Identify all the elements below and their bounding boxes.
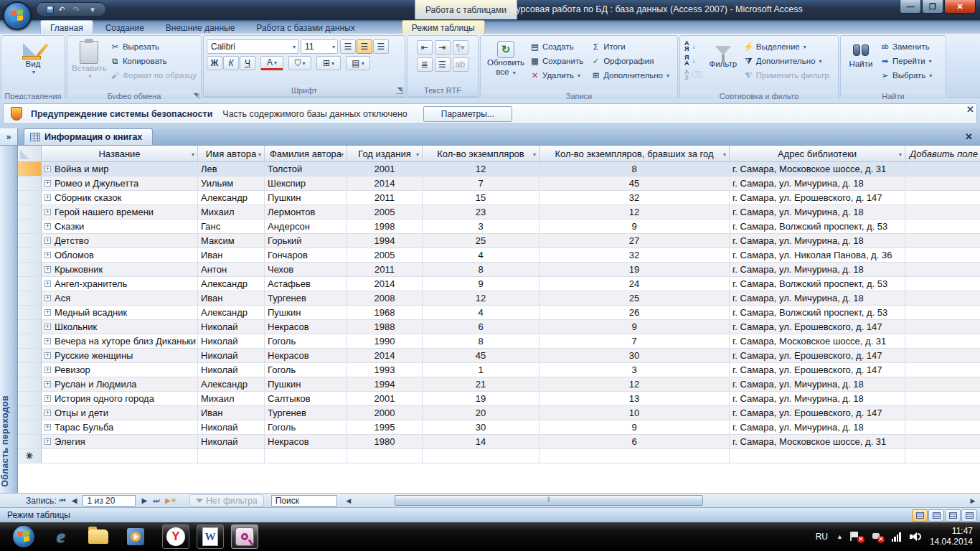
cell-year[interactable]: 1995 [347, 420, 423, 435]
cell-borrowed[interactable]: 9 [540, 320, 730, 334]
navigation-pane-expand-button[interactable]: » [0, 128, 17, 146]
cell-year[interactable]: 2001 [347, 392, 423, 406]
cell-copies[interactable]: 21 [423, 377, 540, 392]
table-row[interactable]: +Ромео и Джульетта Уильям Шекспир 2014 7… [18, 176, 980, 191]
cell-address[interactable]: г. Самара, ул. Ерошевского, д. 147 [730, 191, 905, 205]
new-record-cell[interactable] [730, 449, 905, 463]
table-row[interactable]: +История одного города Михаил Салтыков 2… [18, 392, 980, 406]
cell-copies[interactable]: 8 [423, 263, 540, 277]
cell-name[interactable]: +Ревизор [42, 363, 198, 377]
cell-year[interactable]: 2000 [347, 406, 423, 420]
cell-name[interactable]: +Герой нашего времени [42, 205, 198, 220]
new-record-cell[interactable] [42, 449, 198, 463]
view-button[interactable]: Вид▾ [12, 38, 54, 91]
cell-address[interactable]: г. Самара, Волжский проспект, д. 53 [730, 277, 905, 291]
cell-name[interactable]: +Русские женщины [42, 349, 198, 363]
cell-empty[interactable] [905, 176, 980, 191]
cell-first-name[interactable]: Иван [198, 291, 265, 306]
advanced-filter-button[interactable]: ⧩Дополнительно▾ [742, 54, 831, 68]
table-row[interactable]: +Русские женщины Николай Некрасов 2014 4… [18, 349, 980, 363]
cell-copies[interactable]: 6 [423, 320, 540, 334]
select-all-corner[interactable] [18, 146, 42, 162]
cell-last-name[interactable]: Пушкин [265, 306, 347, 320]
new-record-cell[interactable] [198, 449, 265, 463]
new-record-selector[interactable]: ✳ [18, 449, 42, 463]
table-row[interactable]: +Обломов Иван Гончаров 2005 4 32 г. Сама… [18, 248, 980, 263]
cell-address[interactable]: г. Самара, ул. Ерошевского, д. 147 [730, 363, 905, 377]
cell-last-name[interactable]: Некрасов [265, 320, 347, 334]
expand-record-icon[interactable]: + [44, 237, 51, 244]
cell-borrowed[interactable]: 8 [540, 162, 730, 176]
cell-empty[interactable] [905, 191, 980, 205]
row-selector[interactable] [18, 291, 42, 306]
cell-first-name[interactable]: Иван [198, 248, 265, 263]
navigation-pane-title[interactable]: Область переходов [0, 395, 18, 487]
expand-record-icon[interactable]: + [44, 424, 51, 430]
clear-sort-button[interactable]: АЗ⌫ [683, 67, 705, 82]
row-selector[interactable] [18, 176, 42, 191]
cell-year[interactable]: 2011 [347, 191, 423, 205]
cell-address[interactable]: г. Самара, Московское шоссе, д. 31 [730, 435, 905, 449]
cell-address[interactable]: г. Самара, ул. Мичурина, д. 18 [730, 291, 905, 306]
new-record-cell[interactable] [347, 449, 423, 463]
tray-expand-icon[interactable]: ▲ [837, 533, 843, 540]
cell-last-name[interactable]: Некрасов [265, 435, 347, 449]
column-header-add-field[interactable]: Добавить поле [905, 146, 980, 162]
close-button[interactable]: ✕ [944, 0, 976, 14]
row-selector[interactable] [18, 377, 42, 392]
cell-copies[interactable]: 9 [423, 277, 540, 291]
cell-address[interactable]: г. Самара, ул. Ерошевского, д. 147 [730, 320, 905, 334]
cell-first-name[interactable]: Николай [198, 420, 265, 435]
tab-vneshnie-dannye[interactable]: Внешние данные [156, 20, 245, 34]
expand-record-icon[interactable]: + [44, 252, 51, 258]
row-selector[interactable] [18, 406, 42, 420]
cell-copies[interactable]: 3 [423, 220, 540, 234]
cell-year[interactable]: 2014 [347, 277, 423, 291]
cell-name[interactable]: +Ася [42, 291, 198, 306]
cell-last-name[interactable]: Шекспир [265, 176, 347, 191]
cell-address[interactable]: г. Самара, ул. Мичурина, д. 18 [730, 234, 905, 248]
column-header-borrowed[interactable]: Кол-во экземпляров, бравших за год▾ [540, 146, 730, 162]
cell-first-name[interactable]: Николай [198, 435, 265, 449]
table-row[interactable]: +Отцы и дети Иван Тургенев 2000 20 10 г.… [18, 406, 980, 420]
table-row[interactable]: +Элегия Николай Некрасов 1980 14 6 г. Са… [18, 435, 980, 449]
refresh-all-button[interactable]: ↻ Обновить все ▾ [484, 38, 528, 91]
access-button[interactable] [231, 524, 258, 549]
row-selector[interactable] [18, 248, 42, 263]
cell-empty[interactable] [905, 205, 980, 220]
document-tab[interactable]: Информация о книгах [24, 128, 153, 145]
cell-borrowed[interactable]: 26 [540, 306, 730, 320]
cell-empty[interactable] [905, 392, 980, 406]
cell-copies[interactable]: 30 [423, 420, 540, 435]
font-size-combo[interactable]: 11▾ [301, 39, 338, 54]
expand-record-icon[interactable]: + [44, 309, 51, 316]
cell-last-name[interactable]: Салтыков [265, 392, 347, 406]
document-close-icon[interactable]: ✕ [965, 131, 973, 142]
cell-year[interactable]: 1998 [347, 220, 423, 234]
cell-address[interactable]: г. Самара, ул. Мичурина, д. 18 [730, 176, 905, 191]
row-selector[interactable] [18, 420, 42, 435]
cell-year[interactable]: 2011 [347, 263, 423, 277]
column-header-copies[interactable]: Кол-во экземпляров▾ [423, 146, 540, 162]
new-record-cell[interactable] [265, 449, 347, 463]
table-row[interactable]: +Тарас Бульба Николай Гоголь 1995 30 9 г… [18, 420, 980, 435]
gridlines-button[interactable]: ⊞▾ [316, 56, 341, 70]
cell-address[interactable]: г. Самара, ул. Ерошевского, д. 147 [730, 349, 905, 363]
cell-borrowed[interactable]: 10 [540, 406, 730, 420]
network-signal-icon[interactable] [892, 532, 901, 542]
cut-button[interactable]: ✂Вырезать [108, 39, 198, 54]
cell-last-name[interactable]: Андерсон [265, 220, 347, 234]
datasheet-view-button[interactable] [912, 509, 928, 522]
cell-name[interactable]: +Элегия [42, 435, 198, 449]
previous-record-icon[interactable]: ◀ [69, 496, 80, 504]
cell-address[interactable]: г. Самара, Московское шоссе, д. 31 [730, 334, 905, 349]
cell-empty[interactable] [905, 263, 980, 277]
minimize-button[interactable]: — [900, 0, 921, 14]
row-selector[interactable] [18, 349, 42, 363]
last-record-icon[interactable]: ⏭ [150, 496, 162, 505]
tab-rabota-s-bazami[interactable]: Работа с базами данных [247, 20, 364, 34]
new-record-cell[interactable] [540, 449, 730, 463]
cell-last-name[interactable]: Астафьев [265, 277, 347, 291]
power-plug-icon[interactable]: ✕ [872, 532, 883, 542]
cell-first-name[interactable]: Николай [198, 349, 265, 363]
